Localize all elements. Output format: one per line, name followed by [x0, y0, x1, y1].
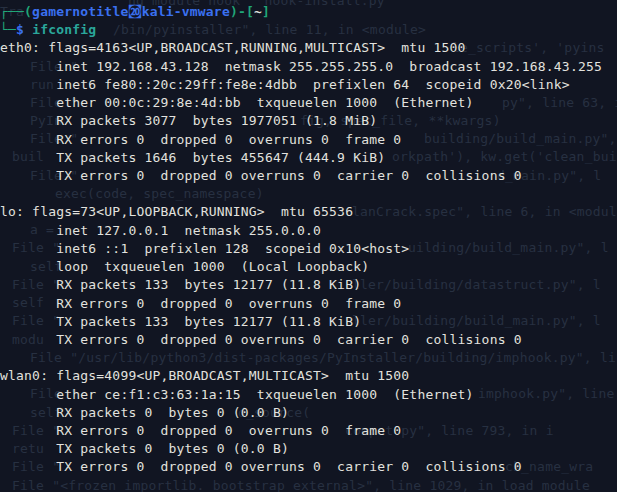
- terminal-output-line: eth0: flags=4163<UP,BROADCAST,RUNNING,MU…: [0, 39, 617, 57]
- prompt-line-1: ┌──(gamernotitle㉉kali-vmware)-[~]: [0, 3, 617, 21]
- terminal-output-line: RX packets 133 bytes 12177 (11.8 KiB): [0, 276, 617, 294]
- terminal-output-line: inet 127.0.0.1 netmask 255.0.0.0: [0, 222, 617, 240]
- terminal-output-line: TX errors 0 dropped 0 overruns 0 carrier…: [0, 167, 617, 185]
- terminal-output-line: inet6 ::1 prefixlen 128 scopeid 0x10<hos…: [0, 240, 617, 258]
- terminal-output-line: TX errors 0 dropped 0 overruns 0 carrier…: [0, 331, 617, 349]
- terminal-output-line: [0, 349, 617, 367]
- prompt-frame-open: ┌──(: [0, 4, 32, 19]
- typed-command[interactable]: ifconfig: [32, 22, 96, 37]
- terminal-output-line: inet6 fe80::20c:29ff:fe8e:4dbb prefixlen…: [0, 76, 617, 94]
- prompt-cwd: ~: [254, 4, 262, 19]
- prompt-frame-mid: )-[: [230, 4, 254, 19]
- terminal-output-line: RX packets 0 bytes 0 (0.0 B): [0, 404, 617, 422]
- terminal-output-line: RX errors 0 dropped 0 overruns 0 frame 0: [0, 422, 617, 440]
- prompt-space: [24, 22, 32, 37]
- prompt-frame-bottom: └─: [0, 22, 16, 37]
- terminal-output-line: RX errors 0 dropped 0 overruns 0 frame 0: [0, 295, 617, 313]
- terminal-output-line: TX packets 0 bytes 0 (0.0 B): [0, 440, 617, 458]
- terminal-output-line: [0, 477, 617, 492]
- terminal-output-line: ether ce:f1:c3:63:1a:15 txqueuelen 1000 …: [0, 386, 617, 404]
- terminal-window[interactable]: ┌──(gamernotitle㉉kali-vmware)-[~] └─$ if…: [0, 0, 617, 492]
- terminal-output-line: inet 192.168.43.128 netmask 255.255.255.…: [0, 58, 617, 76]
- terminal-output-line: RX packets 3077 bytes 1977051 (1.8 MiB): [0, 112, 617, 130]
- prompt-frame-close: ]: [262, 4, 270, 19]
- terminal-output-line: RX errors 0 dropped 0 overruns 0 frame 0: [0, 131, 617, 149]
- terminal-output-line: ether 00:0c:29:8e:4d:bb txqueuelen 1000 …: [0, 94, 617, 112]
- terminal-output-line: loop txqueuelen 1000 (Local Loopback): [0, 258, 617, 276]
- terminal-output-line: lo: flags=73<UP,LOOPBACK,RUNNING> mtu 65…: [0, 203, 617, 221]
- terminal-output-line: [0, 185, 617, 203]
- terminal-output-line: TX packets 133 bytes 12177 (11.8 KiB): [0, 313, 617, 331]
- terminal-output-line: wlan0: flags=4099<UP,BROADCAST,MULTICAST…: [0, 367, 617, 385]
- terminal-output-line: TX packets 1646 bytes 455647 (444.9 KiB): [0, 149, 617, 167]
- terminal-output-line: TX errors 0 dropped 0 overruns 0 carrier…: [0, 458, 617, 476]
- prompt-line-2: └─$ ifconfig: [0, 21, 617, 39]
- prompt-dollar-sign: $: [16, 22, 24, 37]
- ifconfig-output: eth0: flags=4163<UP,BROADCAST,RUNNING,MU…: [0, 39, 617, 492]
- prompt-user-host: gamernotitle㉉kali-vmware: [32, 4, 230, 19]
